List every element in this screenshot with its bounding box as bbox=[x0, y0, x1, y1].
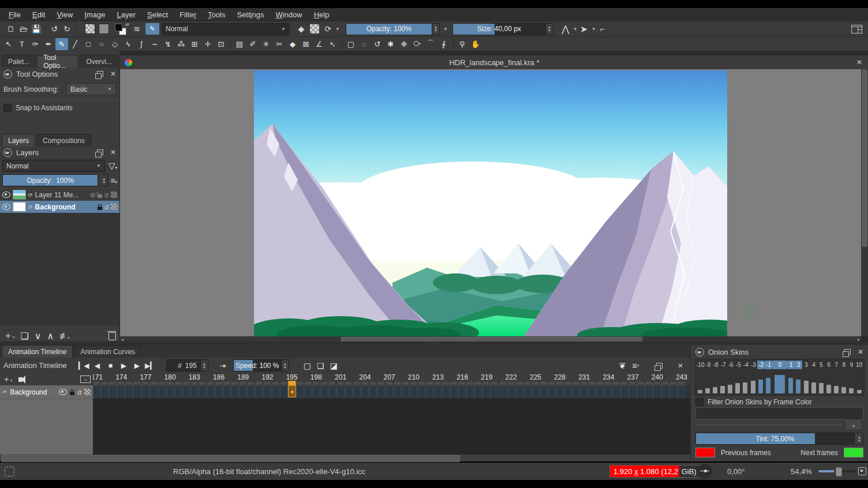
onion-offset--10[interactable]: -10 bbox=[696, 361, 704, 369]
rect-select-tool-icon[interactable]: ▢ bbox=[345, 38, 357, 50]
layer-row[interactable]: ⟳ Layer 11 Me... ◍ α bbox=[0, 189, 119, 201]
new-document-icon[interactable]: 🗋 bbox=[5, 23, 17, 35]
onion-offset--7[interactable]: -7 bbox=[720, 361, 727, 369]
open-document-icon[interactable]: 🗁 bbox=[17, 23, 30, 35]
frame-cell[interactable] bbox=[336, 385, 345, 397]
onion-offset-8[interactable]: 8 bbox=[840, 361, 848, 369]
timeline-ruler[interactable]: 1711741771801831861891921951982012042072… bbox=[93, 373, 690, 381]
inherit-alpha-icon[interactable]: α bbox=[104, 203, 108, 211]
frame-cell[interactable] bbox=[637, 385, 645, 397]
onion-bar--6[interactable] bbox=[727, 374, 734, 393]
layer-opacity-slider[interactable]: Opacity: 100% bbox=[2, 174, 98, 186]
onion-offset-6[interactable]: 6 bbox=[825, 361, 833, 369]
onion-offset-0[interactable]: 0 bbox=[772, 361, 787, 369]
frame-cell[interactable] bbox=[523, 385, 532, 397]
layer-blending-mode-select[interactable]: Normal ▼ bbox=[2, 160, 105, 172]
close-docker-icon[interactable]: ✕ bbox=[858, 348, 863, 356]
lock-icon[interactable] bbox=[98, 207, 102, 210]
dynamic-brush-tool-icon[interactable]: ↯ bbox=[162, 38, 174, 50]
onion-bar-4[interactable] bbox=[810, 374, 817, 393]
onion-offset--2[interactable]: -2 bbox=[757, 361, 765, 369]
frame-cell[interactable] bbox=[215, 385, 223, 397]
onion-offset-7[interactable]: 7 bbox=[833, 361, 840, 369]
frame-cell[interactable] bbox=[353, 385, 361, 397]
onion-bar-1[interactable] bbox=[787, 374, 795, 393]
menu-window[interactable]: Window bbox=[270, 9, 307, 20]
frame-cell[interactable] bbox=[296, 385, 304, 397]
menu-help[interactable]: Help bbox=[309, 9, 335, 20]
tint-slider[interactable]: Tint: 75,00% bbox=[695, 433, 855, 445]
menu-file[interactable]: File bbox=[3, 9, 26, 20]
color-sampler-tool-icon[interactable]: ✐ bbox=[246, 38, 259, 50]
mirror-horizontal-icon[interactable]: ⋀ bbox=[559, 23, 572, 35]
redo-icon[interactable]: ↻ bbox=[61, 23, 73, 35]
frame-cell[interactable] bbox=[532, 385, 540, 397]
visibility-icon[interactable] bbox=[2, 192, 10, 198]
layer-list-empty[interactable] bbox=[0, 213, 119, 326]
line-tool-icon[interactable]: ╱ bbox=[69, 38, 81, 50]
similar-select-tool-icon[interactable]: ❉ bbox=[398, 38, 410, 50]
menu-edit[interactable]: Edit bbox=[27, 9, 50, 20]
freehand-path-tool-icon[interactable]: ∼ bbox=[148, 38, 161, 50]
frame-cell[interactable] bbox=[182, 385, 190, 397]
frame-cell[interactable] bbox=[556, 385, 564, 397]
onion-offset-1[interactable]: 1 bbox=[787, 361, 795, 369]
frame-cell[interactable] bbox=[141, 385, 149, 397]
frame-cell[interactable] bbox=[564, 385, 572, 397]
fg-bg-colors[interactable]: ⇄ bbox=[113, 23, 128, 35]
filter-onion-skins-checkbox[interactable] bbox=[695, 398, 704, 406]
frame-cell[interactable] bbox=[515, 385, 523, 397]
polygon-tool-icon[interactable]: ◇ bbox=[108, 38, 121, 50]
frame-cell[interactable] bbox=[386, 385, 394, 397]
onion-bar-3[interactable] bbox=[802, 374, 810, 393]
eraser-mode-icon[interactable]: ◆ bbox=[295, 23, 308, 35]
frame-cell[interactable] bbox=[207, 385, 215, 397]
onion-offset--1[interactable]: -1 bbox=[765, 361, 772, 369]
spray-tool-icon[interactable]: ✳ bbox=[260, 38, 272, 50]
timeline-menu-icon[interactable]: ≡▾ bbox=[629, 359, 642, 372]
menu-image[interactable]: Image bbox=[79, 9, 110, 20]
frame-cell[interactable] bbox=[158, 385, 166, 397]
onion-bar-8[interactable] bbox=[840, 374, 848, 393]
previous-frame-button[interactable]: ◀ bbox=[91, 359, 104, 372]
snap-to-assistants-checkbox[interactable] bbox=[3, 104, 12, 112]
gradient-tool-icon[interactable]: ▤ bbox=[233, 38, 246, 50]
onion-bar-5[interactable] bbox=[817, 374, 825, 393]
wrap-around-icon[interactable]: ⌐ bbox=[596, 23, 609, 35]
zoom-fit-timeline-icon[interactable]: ↔ bbox=[80, 376, 91, 383]
timeline-empty-area[interactable] bbox=[93, 399, 690, 455]
playhead[interactable] bbox=[288, 381, 296, 385]
visibility-icon[interactable] bbox=[59, 389, 67, 395]
onion-offset--6[interactable]: -6 bbox=[727, 361, 735, 369]
onion-bar--1[interactable] bbox=[764, 374, 772, 393]
menu-tools[interactable]: Tools bbox=[203, 9, 230, 20]
frame-cell[interactable] bbox=[434, 385, 442, 397]
frame-cell[interactable] bbox=[93, 385, 101, 397]
onion-bar--7[interactable] bbox=[719, 374, 726, 393]
frame-cell[interactable] bbox=[410, 385, 418, 397]
frame-cell[interactable] bbox=[580, 385, 588, 397]
timeline-frame-row[interactable] bbox=[93, 385, 690, 399]
frame-cell[interactable] bbox=[109, 385, 117, 397]
memory-indicator[interactable]: 1.920 x 1.080 (12,2 GiB) bbox=[609, 465, 701, 478]
onion-offset--5[interactable]: -5 bbox=[735, 361, 742, 369]
onion-bar--10[interactable] bbox=[696, 374, 704, 393]
add-layer-button[interactable]: ＋▾ bbox=[3, 330, 15, 342]
freehand-brush-tool-icon[interactable]: ✎ bbox=[55, 38, 68, 50]
blending-mode-select[interactable]: Normal ▼ bbox=[162, 23, 290, 35]
previous-frames-color[interactable] bbox=[695, 448, 715, 457]
bezier-select-tool-icon[interactable]: ⌒ bbox=[424, 38, 437, 50]
onion-bar--9[interactable] bbox=[704, 374, 711, 393]
frame-cell[interactable] bbox=[312, 385, 320, 397]
onion-offset--9[interactable]: -9 bbox=[704, 361, 712, 369]
menu-layer[interactable]: Layer bbox=[111, 9, 141, 20]
tab-compositions[interactable]: Compositions bbox=[36, 134, 91, 147]
menu-settings[interactable]: Settings bbox=[231, 9, 269, 20]
frame-display-solid-icon[interactable]: ▢ bbox=[301, 359, 314, 372]
frame-cell[interactable] bbox=[320, 385, 328, 397]
layer-pin-icon[interactable]: ✑ bbox=[2, 389, 7, 395]
next-frames-color[interactable] bbox=[844, 448, 863, 457]
rotation-value[interactable]: 0,00° bbox=[727, 467, 745, 476]
polyline-tool-icon[interactable]: ϟ bbox=[122, 38, 134, 50]
frame-cell[interactable] bbox=[442, 385, 450, 397]
